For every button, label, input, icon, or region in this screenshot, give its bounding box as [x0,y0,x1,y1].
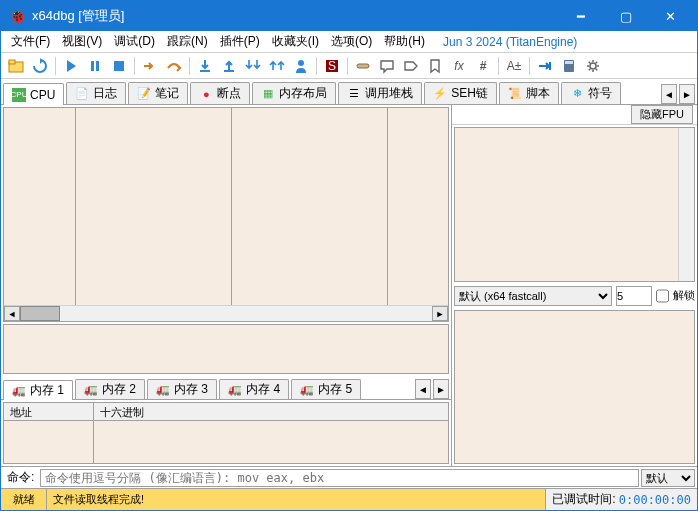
menubar: 文件(F) 视图(V) 调试(D) 跟踪(N) 插件(P) 收藏夹(I) 选项(… [1,31,697,53]
disasm-gutter [4,108,76,305]
menu-trace[interactable]: 跟踪(N) [161,31,214,52]
toolbar: S fx # A± [1,53,697,79]
step-over-arrow-button[interactable] [163,55,185,77]
variables-button[interactable]: # [472,55,494,77]
stack-view[interactable] [454,310,695,465]
disassembly-view[interactable]: ◄ ► [3,107,449,322]
tab-seh[interactable]: ⚡SEH链 [424,82,497,104]
app-icon: 🐞 [9,8,26,24]
memhdr-addr[interactable]: 地址 [4,403,94,420]
settings-button[interactable] [582,55,604,77]
tab-notes[interactable]: 📝笔记 [128,82,188,104]
callconv-select[interactable]: 默认 (x64 fastcall) [454,286,612,306]
open-file-button[interactable] [5,55,27,77]
functions-button[interactable]: fx [448,55,470,77]
menu-debug[interactable]: 调试(D) [108,31,161,52]
command-mode-select[interactable]: 默认 [641,469,695,487]
menu-fav[interactable]: 收藏夹(I) [266,31,325,52]
mem-hex-col [94,421,448,463]
disasm-hscrollbar[interactable]: ◄ ► [4,305,448,321]
titlebar: 🐞 x64dbg [管理员] ━ ▢ ✕ [1,1,697,31]
status-message: 文件读取线程完成! [47,489,546,510]
scroll-thumb[interactable] [20,306,60,321]
restart-button[interactable] [29,55,51,77]
font-button[interactable]: A± [503,55,525,77]
mem-addr-col [4,421,94,463]
command-bar: 命令: 默认 [1,466,697,488]
registers-view[interactable] [454,127,695,282]
tab-breakpoints[interactable]: ●断点 [190,82,250,104]
tab-symbols[interactable]: ❄符号 [561,82,621,104]
scroll-track[interactable] [60,306,432,321]
dump-icon: 🚛 [12,384,26,398]
menu-plugins[interactable]: 插件(P) [214,31,266,52]
svg-rect-10 [357,64,369,68]
svg-rect-3 [96,61,99,71]
scroll-right-icon[interactable]: ► [432,306,448,321]
memtab-5[interactable]: 🚛内存 5 [291,379,361,399]
labels-button[interactable] [400,55,422,77]
separator-icon [55,57,56,75]
comments-button[interactable] [376,55,398,77]
memtab-3[interactable]: 🚛内存 3 [147,379,217,399]
step-out-button[interactable] [218,55,240,77]
tab-cpu[interactable]: CPUCPU [3,83,64,105]
svg-text:S: S [328,59,336,73]
tab-scroll-right[interactable]: ► [679,84,695,104]
tab-memmap[interactable]: ▦内存布局 [252,82,336,104]
unlock-checkbox[interactable] [656,286,669,306]
menu-file[interactable]: 文件(F) [5,31,56,52]
stop-button[interactable] [108,55,130,77]
step-in-button[interactable] [194,55,216,77]
memory-body[interactable] [4,421,448,463]
tab-callstack[interactable]: ☰调用堆栈 [338,82,422,104]
menu-view[interactable]: 视图(V) [56,31,108,52]
svg-rect-2 [91,61,94,71]
tab-log[interactable]: 📄日志 [66,82,126,104]
scroll-left-icon[interactable]: ◄ [4,306,20,321]
tab-script[interactable]: 📜脚本 [499,82,559,104]
calc-button[interactable] [558,55,580,77]
left-column: ◄ ► 🚛内存 1 🚛内存 2 🚛内存 3 🚛内存 4 🚛内存 5 ◄ ► 地址… [1,105,452,466]
goto-button[interactable] [534,55,556,77]
symbol-icon: ❄ [570,87,584,101]
svg-rect-13 [565,61,573,64]
workarea: ◄ ► 🚛内存 1 🚛内存 2 🚛内存 3 🚛内存 4 🚛内存 5 ◄ ► 地址… [1,105,697,466]
separator-icon [529,57,530,75]
memtab-2[interactable]: 🚛内存 2 [75,379,145,399]
scylla-button[interactable]: S [321,55,343,77]
svg-rect-5 [200,70,210,72]
separator-icon [134,57,135,75]
memtab-4[interactable]: 🚛内存 4 [219,379,289,399]
log-icon: 📄 [75,87,89,101]
trace-into-button[interactable] [242,55,264,77]
watch-view[interactable] [3,324,449,374]
maximize-button[interactable]: ▢ [603,1,648,31]
memtab-1[interactable]: 🚛内存 1 [3,380,73,400]
menu-options[interactable]: 选项(O) [325,31,378,52]
hide-fpu-button[interactable]: 隐藏FPU [631,105,693,124]
memtab-scroll-right[interactable]: ► [433,379,449,399]
breakpoint-icon: ● [199,87,213,101]
right-column: 隐藏FPU 默认 (x64 fastcall) 解锁 [452,105,697,466]
pause-button[interactable] [84,55,106,77]
memtab-scroll-left[interactable]: ◄ [415,379,431,399]
memory-view[interactable]: 地址 十六进制 [3,402,449,464]
statusbar: 就绪 文件读取线程完成! 已调试时间: 0:00:00:00 [1,488,697,510]
bookmarks-button[interactable] [424,55,446,77]
registers-vscrollbar[interactable] [678,128,694,281]
menu-help[interactable]: 帮助(H) [378,31,431,52]
command-input[interactable] [40,469,639,487]
close-button[interactable]: ✕ [648,1,693,31]
run-button[interactable] [60,55,82,77]
minimize-button[interactable]: ━ [558,1,603,31]
arg-count-input[interactable] [616,286,652,306]
step-into-arrow-button[interactable] [139,55,161,77]
patches-button[interactable] [352,55,374,77]
run-to-user-button[interactable] [290,55,312,77]
separator-icon [316,57,317,75]
memhdr-hex[interactable]: 十六进制 [94,403,448,420]
tab-scroll-left[interactable]: ◄ [661,84,677,104]
script-icon: 📜 [508,87,522,101]
trace-over-button[interactable] [266,55,288,77]
